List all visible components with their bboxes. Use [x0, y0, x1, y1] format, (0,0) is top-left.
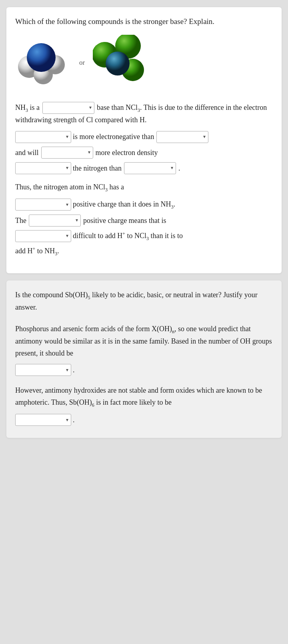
and-will-row: and will more electron density: [15, 146, 273, 159]
should-be-row: .: [15, 363, 273, 377]
svg-point-7: [106, 52, 130, 76]
positive-charge-row1: positive charge than it does in NH3.: [15, 198, 273, 211]
add-h-paragraph: add H+ to NH3.: [15, 245, 273, 258]
dropdown-nh3-ncl3[interactable]: [124, 162, 176, 174]
the-label: The: [15, 214, 26, 227]
question-text: Which of the following compounds is the …: [15, 17, 214, 26]
electronegative-label: is more electronegative than: [73, 130, 154, 143]
positive-charge-row2: The positive charge means that is: [15, 214, 273, 227]
nitrogen-than-row: the nitrogen than .: [15, 161, 273, 175]
card-question-2: Is the compound Sb(OH)5 likely to be aci…: [6, 280, 282, 438]
and-will-label: and will: [15, 146, 39, 159]
card-question-1: Which of the following compounds is the …: [6, 7, 282, 273]
more-likely-row: .: [15, 413, 273, 427]
however-para: However, antimony hydroxides are not sta…: [15, 385, 273, 409]
dropdown-greater-lesser[interactable]: [29, 215, 81, 227]
nh3-molecule: [15, 35, 71, 91]
thus-paragraph: Thus, the nitrogen atom in NCl3 has a: [15, 181, 273, 194]
dropdown-cl-h[interactable]: [15, 131, 71, 143]
more-electron-density-label: more electron density: [96, 146, 158, 159]
dropdown-acidic-basic[interactable]: [15, 364, 71, 376]
period-label: .: [178, 162, 180, 175]
dropdown-away-toward[interactable]: [15, 162, 71, 174]
difficult-row: difficult to add H+ to NCl3 than it is t…: [15, 229, 273, 243]
or-label: or: [79, 59, 85, 67]
sentence-nh3-base: NH3 is a base than NCl3. This is due to …: [15, 102, 273, 126]
phosphorus-para: Phosphorus and arsenic form acids of the…: [15, 323, 273, 360]
ncl3-molecule: [93, 35, 149, 91]
molecule-row: or: [15, 35, 273, 91]
dropdown-attract-repel[interactable]: [41, 147, 93, 159]
sb-question: Is the compound Sb(OH)5 likely to be aci…: [15, 289, 273, 314]
electronegative-row: is more electronegative than: [15, 130, 273, 144]
nh3-label: NH3 is a: [15, 103, 42, 111]
dropdown-more-less[interactable]: [15, 199, 71, 211]
nitrogen-than-label: the nitrogen than: [73, 162, 122, 175]
dropdown-h-cl[interactable]: [156, 131, 208, 143]
svg-point-3: [27, 43, 56, 72]
dropdown-stronger-weaker[interactable]: [42, 102, 94, 114]
question-title: Which of the following compounds is the …: [15, 16, 273, 28]
dropdown-amphoteric[interactable]: [15, 414, 71, 426]
dropdown-more-less-2[interactable]: [15, 230, 71, 242]
